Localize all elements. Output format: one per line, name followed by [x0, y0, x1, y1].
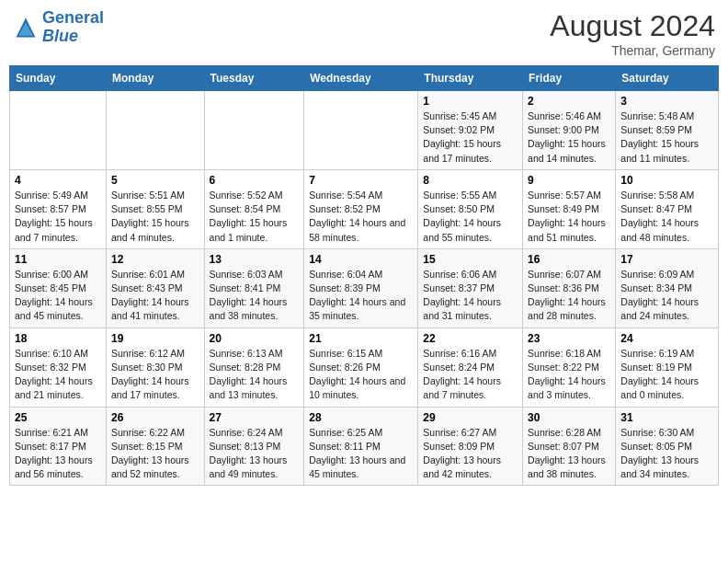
- calendar-cell: [204, 91, 304, 170]
- day-info: Sunrise: 6:04 AM Sunset: 8:39 PM Dayligh…: [309, 268, 413, 324]
- calendar-cell: 5Sunrise: 5:51 AM Sunset: 8:55 PM Daylig…: [106, 169, 204, 248]
- weekday-header-wednesday: Wednesday: [304, 66, 418, 91]
- logo: General Blue: [13, 9, 104, 46]
- day-number: 2: [528, 95, 610, 108]
- day-info: Sunrise: 6:25 AM Sunset: 8:11 PM Dayligh…: [309, 426, 413, 482]
- day-number: 26: [111, 411, 199, 424]
- calendar-week-row: 11Sunrise: 6:00 AM Sunset: 8:45 PM Dayli…: [10, 248, 719, 327]
- calendar-cell: 7Sunrise: 5:54 AM Sunset: 8:52 PM Daylig…: [304, 169, 418, 248]
- weekday-header-tuesday: Tuesday: [204, 66, 304, 91]
- day-number: 14: [309, 253, 413, 266]
- day-info: Sunrise: 5:55 AM Sunset: 8:50 PM Dayligh…: [423, 189, 518, 245]
- day-info: Sunrise: 6:21 AM Sunset: 8:17 PM Dayligh…: [15, 426, 101, 482]
- calendar-cell: 24Sunrise: 6:19 AM Sunset: 8:19 PM Dayli…: [616, 327, 719, 407]
- calendar-cell: [10, 91, 107, 170]
- day-number: 16: [528, 253, 610, 266]
- calendar-cell: 1Sunrise: 5:45 AM Sunset: 9:02 PM Daylig…: [418, 91, 523, 170]
- day-info: Sunrise: 6:15 AM Sunset: 8:26 PM Dayligh…: [309, 347, 413, 403]
- day-info: Sunrise: 6:12 AM Sunset: 8:30 PM Dayligh…: [111, 347, 199, 403]
- calendar-cell: 27Sunrise: 6:24 AM Sunset: 8:13 PM Dayli…: [204, 407, 304, 486]
- logo-line1: General: [42, 8, 104, 27]
- day-number: 13: [210, 253, 300, 266]
- calendar-cell: 12Sunrise: 6:01 AM Sunset: 8:43 PM Dayli…: [106, 248, 204, 327]
- logo-icon: [13, 15, 39, 40]
- day-number: 17: [620, 253, 713, 266]
- calendar-cell: 4Sunrise: 5:49 AM Sunset: 8:57 PM Daylig…: [10, 169, 107, 248]
- weekday-header-monday: Monday: [106, 66, 204, 91]
- page-header: General Blue August 2024 Themar, Germany: [9, 9, 719, 58]
- month-year: August 2024: [550, 9, 715, 43]
- day-number: 8: [423, 174, 518, 187]
- day-number: 6: [210, 174, 300, 187]
- calendar-cell: [106, 91, 204, 170]
- day-number: 15: [423, 253, 518, 266]
- day-number: 28: [309, 411, 413, 424]
- calendar-week-row: 18Sunrise: 6:10 AM Sunset: 8:32 PM Dayli…: [10, 327, 719, 407]
- calendar-cell: 22Sunrise: 6:16 AM Sunset: 8:24 PM Dayli…: [418, 327, 523, 407]
- day-number: 1: [423, 95, 518, 108]
- day-info: Sunrise: 6:01 AM Sunset: 8:43 PM Dayligh…: [111, 268, 199, 324]
- day-info: Sunrise: 6:06 AM Sunset: 8:37 PM Dayligh…: [423, 268, 518, 324]
- calendar-cell: 3Sunrise: 5:48 AM Sunset: 8:59 PM Daylig…: [616, 91, 719, 170]
- day-info: Sunrise: 6:28 AM Sunset: 8:07 PM Dayligh…: [528, 426, 610, 482]
- day-info: Sunrise: 5:57 AM Sunset: 8:49 PM Dayligh…: [528, 189, 610, 245]
- day-number: 7: [309, 174, 413, 187]
- calendar-cell: 15Sunrise: 6:06 AM Sunset: 8:37 PM Dayli…: [418, 248, 523, 327]
- day-number: 25: [15, 411, 101, 424]
- day-info: Sunrise: 5:52 AM Sunset: 8:54 PM Dayligh…: [210, 189, 300, 245]
- calendar-cell: 19Sunrise: 6:12 AM Sunset: 8:30 PM Dayli…: [106, 327, 204, 407]
- calendar-cell: 21Sunrise: 6:15 AM Sunset: 8:26 PM Dayli…: [304, 327, 418, 407]
- day-number: 31: [620, 411, 713, 424]
- calendar-week-row: 1Sunrise: 5:45 AM Sunset: 9:02 PM Daylig…: [10, 91, 719, 170]
- day-number: 12: [111, 253, 199, 266]
- calendar-cell: 13Sunrise: 6:03 AM Sunset: 8:41 PM Dayli…: [204, 248, 304, 327]
- calendar-cell: 26Sunrise: 6:22 AM Sunset: 8:15 PM Dayli…: [106, 407, 204, 486]
- weekday-header-sunday: Sunday: [10, 66, 107, 91]
- calendar-cell: [304, 91, 418, 170]
- calendar-week-row: 25Sunrise: 6:21 AM Sunset: 8:17 PM Dayli…: [10, 407, 719, 486]
- calendar-table: SundayMondayTuesdayWednesdayThursdayFrid…: [9, 65, 719, 486]
- day-number: 24: [620, 332, 713, 345]
- calendar-cell: 28Sunrise: 6:25 AM Sunset: 8:11 PM Dayli…: [304, 407, 418, 486]
- calendar-cell: 11Sunrise: 6:00 AM Sunset: 8:45 PM Dayli…: [10, 248, 107, 327]
- day-number: 23: [528, 332, 610, 345]
- day-info: Sunrise: 6:18 AM Sunset: 8:22 PM Dayligh…: [528, 347, 610, 403]
- calendar-cell: 20Sunrise: 6:13 AM Sunset: 8:28 PM Dayli…: [204, 327, 304, 407]
- calendar-cell: 17Sunrise: 6:09 AM Sunset: 8:34 PM Dayli…: [616, 248, 719, 327]
- day-number: 20: [210, 332, 300, 345]
- day-info: Sunrise: 6:22 AM Sunset: 8:15 PM Dayligh…: [111, 426, 199, 482]
- day-number: 3: [620, 95, 713, 108]
- day-info: Sunrise: 5:45 AM Sunset: 9:02 PM Dayligh…: [423, 109, 518, 166]
- day-number: 5: [111, 174, 199, 187]
- day-number: 30: [528, 411, 610, 424]
- day-number: 21: [309, 332, 413, 345]
- day-number: 4: [15, 174, 101, 187]
- day-number: 27: [210, 411, 300, 424]
- calendar-cell: 30Sunrise: 6:28 AM Sunset: 8:07 PM Dayli…: [523, 407, 616, 486]
- day-number: 29: [423, 411, 518, 424]
- day-info: Sunrise: 6:27 AM Sunset: 8:09 PM Dayligh…: [423, 426, 518, 482]
- title-block: August 2024 Themar, Germany: [550, 9, 715, 58]
- day-info: Sunrise: 6:16 AM Sunset: 8:24 PM Dayligh…: [423, 347, 518, 403]
- calendar-week-row: 4Sunrise: 5:49 AM Sunset: 8:57 PM Daylig…: [10, 169, 719, 248]
- day-number: 19: [111, 332, 199, 345]
- day-info: Sunrise: 6:24 AM Sunset: 8:13 PM Dayligh…: [210, 426, 300, 482]
- calendar-cell: 31Sunrise: 6:30 AM Sunset: 8:05 PM Dayli…: [616, 407, 719, 486]
- day-number: 18: [15, 332, 101, 345]
- weekday-header-thursday: Thursday: [418, 66, 523, 91]
- calendar-cell: 29Sunrise: 6:27 AM Sunset: 8:09 PM Dayli…: [418, 407, 523, 486]
- weekday-header-friday: Friday: [523, 66, 616, 91]
- day-info: Sunrise: 6:09 AM Sunset: 8:34 PM Dayligh…: [620, 268, 713, 324]
- location: Themar, Germany: [550, 43, 715, 58]
- day-info: Sunrise: 5:51 AM Sunset: 8:55 PM Dayligh…: [111, 189, 199, 245]
- day-info: Sunrise: 6:03 AM Sunset: 8:41 PM Dayligh…: [210, 268, 300, 324]
- calendar-cell: 2Sunrise: 5:46 AM Sunset: 9:00 PM Daylig…: [523, 91, 616, 170]
- day-number: 10: [620, 174, 713, 187]
- day-info: Sunrise: 6:10 AM Sunset: 8:32 PM Dayligh…: [15, 347, 101, 403]
- logo-text: General Blue: [42, 9, 104, 46]
- day-info: Sunrise: 5:46 AM Sunset: 9:00 PM Dayligh…: [528, 109, 610, 166]
- day-number: 11: [15, 253, 101, 266]
- logo-line2: Blue: [42, 27, 78, 45]
- day-info: Sunrise: 5:58 AM Sunset: 8:47 PM Dayligh…: [620, 189, 713, 245]
- day-info: Sunrise: 6:07 AM Sunset: 8:36 PM Dayligh…: [528, 268, 610, 324]
